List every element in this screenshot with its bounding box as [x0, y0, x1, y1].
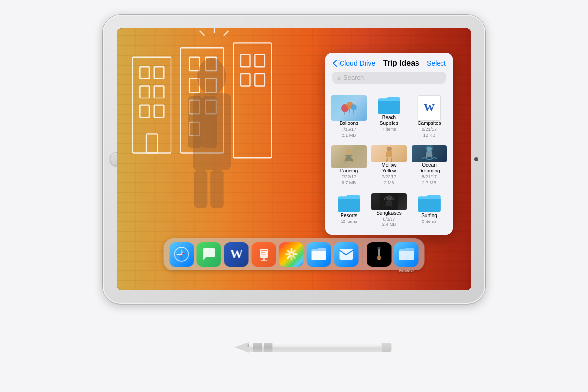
svg-point-36	[346, 149, 352, 155]
file-item-sunglasses[interactable]: Sunglasses 8/3/172.4 MB	[369, 190, 409, 231]
svg-rect-52	[261, 250, 267, 251]
back-button[interactable]: iCloud Drive	[332, 59, 375, 67]
camera-dot	[474, 157, 478, 161]
panel-header: iCloud Drive Trip Ideas Select ⌕ Search	[325, 53, 453, 88]
svg-rect-16	[233, 43, 271, 158]
pencil-cap	[381, 343, 391, 352]
svg-rect-5	[140, 105, 149, 117]
svg-rect-28	[194, 170, 207, 208]
svg-point-37	[387, 147, 392, 151]
svg-rect-19	[241, 74, 250, 86]
file-name: Resorts	[341, 213, 357, 219]
icloud-panel: iCloud Drive Trip Ideas Select ⌕ Search	[325, 53, 453, 235]
folder-icon-surfing	[416, 193, 442, 213]
file-meta: 5 items	[422, 219, 436, 225]
file-item-dancing[interactable]: Dancing 7/22/175.7 MB	[329, 142, 368, 189]
svg-rect-17	[241, 55, 250, 67]
word-doc-icon: W	[418, 95, 441, 121]
pencil-band-2	[264, 343, 272, 352]
back-label: iCloud Drive	[338, 59, 375, 67]
folder-icon-beach	[376, 95, 402, 115]
dock-app-keynote[interactable]	[252, 242, 276, 267]
svg-rect-53	[261, 252, 265, 253]
svg-rect-20	[255, 74, 265, 86]
scene: iCloud Drive Trip Ideas Select ⌕ Search	[0, 0, 588, 392]
file-meta: 8/21/1712 KB	[422, 127, 437, 138]
file-item-balloons[interactable]: Balloons 7/15/172.1 MB	[329, 92, 368, 141]
apple-pencil	[234, 342, 391, 353]
dock-app-mail[interactable]	[334, 242, 359, 267]
svg-point-32	[351, 104, 357, 110]
file-item-campsites[interactable]: W Campsites 8/21/1712 KB	[410, 92, 449, 141]
file-thumbnail-dancing	[331, 145, 367, 168]
file-item-surfing[interactable]: Surfing 5 items	[410, 190, 449, 231]
file-meta: 8/21/172.7 MB	[422, 174, 437, 186]
svg-rect-54	[261, 254, 266, 255]
file-name: Dancing	[340, 168, 358, 174]
svg-rect-0	[133, 57, 171, 153]
file-thumbnail-balloons	[331, 95, 367, 121]
svg-line-35	[353, 110, 354, 116]
dock-app-messages[interactable]	[197, 242, 221, 267]
svg-rect-59	[378, 247, 381, 249]
panel-nav: iCloud Drive Trip Ideas Select	[332, 59, 446, 68]
svg-rect-9	[189, 57, 200, 71]
svg-line-33	[344, 112, 345, 116]
file-name: OceanDreaming	[418, 162, 440, 174]
svg-rect-7	[146, 134, 157, 153]
browse-label: Browse	[399, 269, 414, 273]
svg-rect-55	[263, 258, 265, 260]
file-name: Balloons	[340, 121, 358, 126]
svg-rect-26	[188, 96, 202, 148]
svg-line-23	[200, 31, 205, 36]
search-placeholder: Search	[343, 74, 364, 81]
dock-app-word[interactable]: W	[224, 242, 249, 267]
dock-app-safari[interactable]	[170, 242, 194, 267]
svg-rect-51	[260, 249, 268, 258]
svg-point-39	[425, 145, 433, 152]
file-thumbnail-ocean	[412, 145, 447, 162]
file-meta: 8/3/172.4 MB	[382, 217, 396, 228]
file-meta: 7/22/175.7 MB	[342, 174, 356, 186]
svg-rect-1	[140, 67, 149, 78]
svg-rect-56	[261, 260, 267, 261]
svg-point-24	[197, 58, 226, 95]
file-name: Sunglasses	[376, 210, 402, 216]
dock-app-brushes[interactable]	[367, 242, 392, 267]
files-grid: Balloons 7/15/172.1 MB BeachSu	[325, 88, 453, 235]
file-name: Campsites	[417, 121, 441, 126]
file-name: MellowYellow	[381, 162, 396, 174]
file-item-beach-supplies[interactable]: BeachSupplies 7 items	[369, 92, 409, 141]
pencil-tip	[234, 342, 249, 353]
file-name: BeachSupplies	[380, 115, 398, 126]
dock-app-browse[interactable]: Browse	[394, 242, 419, 267]
dock-app-files[interactable]	[307, 242, 331, 267]
file-item-ocean-dreaming[interactable]: OceanDreaming 8/21/172.7 MB	[410, 142, 449, 189]
file-name: Surfing	[421, 213, 437, 219]
file-meta: 7 items	[382, 127, 396, 133]
search-bar[interactable]: ⌕ Search	[332, 72, 446, 84]
svg-rect-18	[255, 55, 265, 67]
select-button[interactable]: Select	[427, 59, 446, 67]
pencil-band-1	[253, 343, 262, 352]
svg-rect-6	[154, 105, 164, 117]
panel-title: Trip Ideas	[383, 59, 419, 68]
file-item-mellow-yellow[interactable]: MellowYellow 7/22/172 MB	[369, 142, 409, 189]
svg-rect-2	[154, 67, 164, 78]
file-item-resorts[interactable]: Resorts 12 items	[329, 190, 368, 231]
file-thumbnail-mellow	[371, 145, 407, 162]
ipad-screen: iCloud Drive Trip Ideas Select ⌕ Search	[117, 28, 471, 290]
dock-app-photos[interactable]	[279, 242, 304, 267]
dock-divider	[363, 245, 363, 264]
dock: W	[164, 238, 425, 270]
search-icon: ⌕	[337, 74, 341, 81]
file-meta: 7/15/172.1 MB	[342, 127, 356, 138]
svg-rect-27	[202, 96, 217, 148]
svg-rect-29	[210, 170, 223, 208]
ipad-device: iCloud Drive Trip Ideas Select ⌕ Search	[103, 15, 485, 304]
svg-line-34	[349, 109, 350, 116]
svg-rect-3	[140, 86, 149, 98]
folder-icon-resorts	[336, 193, 362, 213]
svg-line-22	[224, 31, 229, 36]
chalk-drawings	[117, 28, 312, 259]
